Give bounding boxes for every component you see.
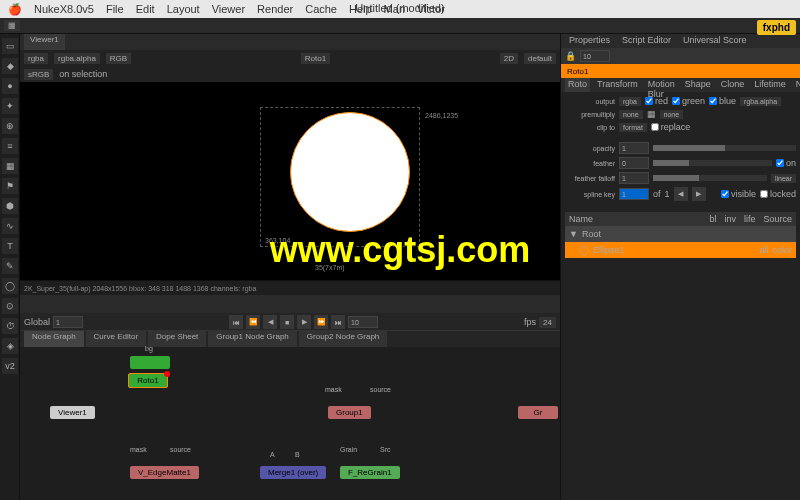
- premult-select[interactable]: none: [619, 110, 643, 119]
- play-icon[interactable]: ▶: [297, 315, 311, 329]
- red-check[interactable]: red: [645, 96, 668, 106]
- tab-script[interactable]: Script Editor: [618, 34, 675, 48]
- bin-limit[interactable]: [580, 50, 610, 62]
- current-frame[interactable]: [348, 316, 378, 328]
- tab-nodegraph[interactable]: Node Graph: [24, 331, 84, 347]
- tab-properties[interactable]: Properties: [565, 34, 614, 48]
- regrain-node[interactable]: F_ReGrain1: [340, 466, 400, 479]
- next-frame-icon[interactable]: ⏩: [314, 315, 328, 329]
- menu-edit[interactable]: Edit: [136, 3, 155, 15]
- grid-tool-icon[interactable]: ▦: [2, 158, 18, 174]
- menu-viewer[interactable]: Viewer: [212, 3, 245, 15]
- apple-icon[interactable]: 🍎: [8, 3, 22, 16]
- channel-select[interactable]: rgba: [24, 53, 48, 64]
- node-graph[interactable]: Node Graph Curve Editor Dope Sheet Group…: [20, 330, 560, 500]
- roto-tool-icon[interactable]: ◯: [2, 278, 18, 294]
- source-color[interactable]: color: [772, 245, 792, 255]
- menu-layout[interactable]: Layout: [167, 3, 200, 15]
- green-check[interactable]: green: [672, 96, 705, 106]
- cache-select[interactable]: default: [524, 53, 556, 64]
- opacity-input[interactable]: [619, 142, 649, 154]
- feather-on-check[interactable]: on: [776, 158, 796, 168]
- subtab-clone[interactable]: Clone: [718, 78, 748, 92]
- transform-tool-icon[interactable]: ✦: [2, 98, 18, 114]
- subtab-roto[interactable]: Roto: [565, 78, 590, 92]
- feather-slider[interactable]: [653, 160, 772, 166]
- menu-file[interactable]: File: [106, 3, 124, 15]
- subtab-motionblur[interactable]: Motion Blur: [645, 78, 678, 92]
- frame-start[interactable]: [53, 316, 83, 328]
- visible-check[interactable]: visible: [721, 189, 756, 199]
- dot-tool-icon[interactable]: ●: [2, 78, 18, 94]
- roto-shape[interactable]: [290, 112, 410, 232]
- tab-group1[interactable]: Group1 Node Graph: [208, 331, 297, 347]
- falloff-slider[interactable]: [653, 175, 767, 181]
- clip-select[interactable]: format: [619, 123, 647, 132]
- point-tool-icon[interactable]: ◆: [2, 58, 18, 74]
- curve-tool-icon[interactable]: ∿: [2, 218, 18, 234]
- locked-check[interactable]: locked: [760, 189, 796, 199]
- life-all[interactable]: all: [759, 245, 768, 255]
- tab-score[interactable]: Universal Score: [679, 34, 751, 48]
- last-frame-icon[interactable]: ⏭: [331, 315, 345, 329]
- viewer-tab[interactable]: Viewer1: [24, 34, 65, 50]
- tab-curve[interactable]: Curve Editor: [86, 331, 146, 347]
- falloff-input[interactable]: [619, 172, 649, 184]
- roto-node[interactable]: Roto1: [128, 373, 168, 388]
- viewer-node[interactable]: Viewer1: [50, 406, 95, 419]
- text-tool-icon[interactable]: T: [2, 238, 18, 254]
- viewer-canvas[interactable]: 2486,1235 363,104 35(7x7m): [20, 82, 560, 280]
- paint-tool-icon[interactable]: ✎: [2, 258, 18, 274]
- alpha-select[interactable]: rgba.alpha: [740, 97, 781, 106]
- group-node-2[interactable]: Gr: [518, 406, 558, 419]
- premult-ch-select[interactable]: none: [660, 110, 684, 119]
- 3d-tool-icon[interactable]: ⬢: [2, 198, 18, 214]
- stop-icon[interactable]: ■: [280, 315, 294, 329]
- merge-tool-icon[interactable]: ⊕: [2, 118, 18, 134]
- replace-check[interactable]: replace: [651, 122, 691, 132]
- subtab-transform[interactable]: Transform: [594, 78, 641, 92]
- blue-check[interactable]: blue: [709, 96, 736, 106]
- fps-value[interactable]: 24: [539, 317, 556, 328]
- colorspace-select[interactable]: RGB: [106, 53, 131, 64]
- next-key-btn[interactable]: ▶: [692, 187, 706, 201]
- menu-cache[interactable]: Cache: [305, 3, 337, 15]
- subtab-node[interactable]: Node: [793, 78, 800, 92]
- opacity-slider[interactable]: [653, 145, 796, 151]
- group-node[interactable]: Group1: [328, 406, 371, 419]
- res-select[interactable]: 2D: [500, 53, 518, 64]
- bg-node[interactable]: [130, 356, 170, 369]
- subtab-lifetime[interactable]: Lifetime: [751, 78, 789, 92]
- edgematte-node[interactable]: V_EdgeMatte1: [130, 466, 199, 479]
- warp-tool-icon[interactable]: ◈: [2, 338, 18, 354]
- flag-tool-icon[interactable]: ⚑: [2, 178, 18, 194]
- node-title[interactable]: Roto1: [561, 64, 800, 78]
- toolbar-btn[interactable]: ▦: [4, 20, 20, 31]
- layer-root[interactable]: ▼ Root: [565, 226, 796, 242]
- input-select[interactable]: Roto1: [301, 53, 330, 64]
- alpha-select[interactable]: rgba.alpha: [54, 53, 100, 64]
- prev-key-btn[interactable]: ◀: [674, 187, 688, 201]
- falloff-type[interactable]: linear: [771, 174, 796, 183]
- tab-dope[interactable]: Dope Sheet: [148, 331, 206, 347]
- timeline-track[interactable]: [20, 295, 560, 313]
- expand-icon[interactable]: ▼: [569, 229, 578, 239]
- lock-icon[interactable]: 🔒: [565, 51, 576, 61]
- spline-input[interactable]: [619, 188, 649, 200]
- prev-key-icon[interactable]: ⏪: [246, 315, 260, 329]
- srgb-select[interactable]: sRGB: [24, 69, 53, 80]
- tab-group2[interactable]: Group2 Node Graph: [299, 331, 388, 347]
- time-tool-icon[interactable]: ⏱: [2, 318, 18, 334]
- menu-render[interactable]: Render: [257, 3, 293, 15]
- output-select[interactable]: rgba: [619, 97, 641, 106]
- vfx-tool-icon[interactable]: v2: [2, 358, 18, 374]
- prev-frame-icon[interactable]: ◀: [263, 315, 277, 329]
- stack-tool-icon[interactable]: ≡: [2, 138, 18, 154]
- select-tool-icon[interactable]: ▭: [2, 38, 18, 54]
- track-tool-icon[interactable]: ⊙: [2, 298, 18, 314]
- layer-ellipse[interactable]: ◯ Ellipse1 all color: [565, 242, 796, 258]
- feather-input[interactable]: [619, 157, 649, 169]
- merge-node[interactable]: Merge1 (over): [260, 466, 326, 479]
- first-frame-icon[interactable]: ⏮: [229, 315, 243, 329]
- subtab-shape[interactable]: Shape: [682, 78, 714, 92]
